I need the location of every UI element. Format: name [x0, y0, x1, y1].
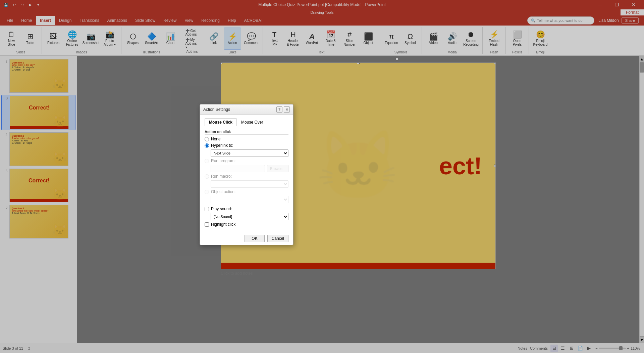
run-program-label: Run program:: [211, 159, 235, 163]
run-program-row: Browse...: [211, 165, 288, 172]
play-sound-label: Play sound:: [211, 207, 232, 211]
ok-btn[interactable]: OK: [245, 235, 264, 242]
run-macro-label: Run macro:: [211, 174, 232, 179]
action-settings-dialog: Action Settings ? ✕ Mouse Click Mouse Ov…: [200, 104, 293, 245]
play-sound-select[interactable]: [No Sound]: [211, 213, 288, 220]
dialog-tabs: Mouse Click Mouse Over: [205, 118, 288, 126]
play-sound-select-row: [No Sound]: [211, 213, 288, 220]
highlight-click-row: Highlight click: [205, 222, 288, 227]
dialog-close-btn[interactable]: ✕: [284, 106, 290, 113]
hyperlink-select[interactable]: Next Slide: [211, 149, 288, 157]
hyperlink-label: Hyperlink to:: [211, 143, 233, 148]
run-macro-select[interactable]: [211, 180, 288, 188]
highlight-click-checkbox[interactable]: [205, 222, 209, 227]
run-program-input[interactable]: [211, 165, 265, 172]
dialog-body: Mouse Click Mouse Over Action on click N…: [200, 115, 293, 232]
dialog-titlebar: Action Settings ? ✕: [200, 104, 293, 115]
highlight-click-label: Highlight click: [211, 222, 235, 227]
action-on-click-label: Action on click: [205, 130, 288, 135]
run-program-radio[interactable]: [205, 159, 209, 163]
browse-btn[interactable]: Browse...: [267, 165, 288, 172]
hyperlink-select-row: Next Slide: [211, 149, 288, 157]
run-macro-radio-row: Run macro:: [205, 174, 288, 179]
dialog-help-btn[interactable]: ?: [276, 106, 282, 113]
dialog-title-btns: ? ✕: [276, 106, 290, 113]
dialog-overlay: Action Settings ? ✕ Mouse Click Mouse Ov…: [0, 0, 644, 353]
dialog-title: Action Settings: [203, 107, 230, 112]
play-sound-row: Play sound:: [205, 207, 288, 211]
run-program-radio-row: Run program:: [205, 159, 288, 163]
object-action-label: Object action:: [211, 189, 235, 194]
dialog-footer: OK Cancel: [200, 232, 293, 245]
object-action-radio-row: Object action:: [205, 189, 288, 194]
hyperlink-radio-row: Hyperlink to:: [205, 143, 288, 148]
play-sound-checkbox[interactable]: [205, 207, 209, 211]
none-radio-row: None: [205, 137, 288, 141]
run-macro-select-row: [211, 180, 288, 188]
tab-mouse-over[interactable]: Mouse Over: [237, 118, 267, 126]
tab-mouse-click[interactable]: Mouse Click: [205, 118, 237, 126]
none-radio[interactable]: [205, 137, 209, 141]
cancel-btn[interactable]: Cancel: [267, 235, 288, 242]
none-label: None: [211, 137, 221, 141]
object-action-radio[interactable]: [205, 190, 209, 194]
run-macro-radio[interactable]: [205, 174, 209, 179]
object-action-select-row: [211, 196, 288, 203]
object-action-select[interactable]: [211, 196, 288, 203]
hyperlink-radio[interactable]: [205, 143, 209, 148]
